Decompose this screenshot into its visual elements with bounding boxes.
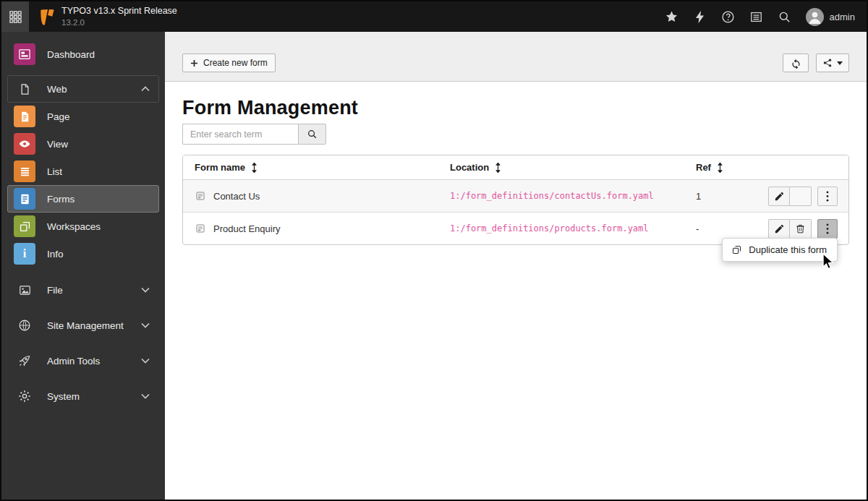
sidebar-item-label: View xyxy=(47,139,68,150)
chevron-down-icon xyxy=(141,358,150,364)
sort-icon xyxy=(251,163,258,173)
form-name-cell: Product Enquiry xyxy=(183,223,438,234)
search-input[interactable] xyxy=(182,124,298,145)
module-body: Form Management Form name xyxy=(165,82,867,245)
column-header-ref[interactable]: Ref xyxy=(684,162,757,173)
opendocs-icon[interactable] xyxy=(749,9,764,24)
clear-cache-bolt-icon[interactable] xyxy=(693,9,707,24)
chevron-down-icon xyxy=(141,287,150,293)
kebab-icon xyxy=(826,191,829,202)
search-submit-button[interactable] xyxy=(298,124,326,145)
dashboard-icon xyxy=(14,43,35,65)
chevron-down-icon xyxy=(141,322,150,328)
sidebar-item-label: Page xyxy=(47,111,70,122)
doc-header-actions xyxy=(783,53,849,72)
form-name: Contact Us xyxy=(213,191,260,202)
search-form xyxy=(182,124,849,145)
pencil-icon xyxy=(774,223,785,234)
search-icon xyxy=(307,129,318,140)
form-name-cell: Contact Us xyxy=(183,190,438,202)
create-new-form-button[interactable]: Create new form xyxy=(182,53,276,72)
column-label: Ref xyxy=(696,162,711,173)
caret-down-icon xyxy=(837,61,843,65)
refresh-icon xyxy=(791,58,801,69)
document-icon xyxy=(14,78,35,100)
module-menu-toggle-button[interactable] xyxy=(1,1,29,32)
sidebar-item-label: Admin Tools xyxy=(47,356,100,367)
topbar-toolbar: admin xyxy=(665,8,867,26)
bookmark-star-icon[interactable] xyxy=(665,9,679,24)
sidebar-item-page[interactable]: Page xyxy=(7,103,159,130)
site-title: TYPO3 v13.x Sprint Release xyxy=(61,6,177,17)
list-icon xyxy=(14,160,35,182)
form-location-link[interactable]: 1:/form_definitions/products.form.yaml xyxy=(450,223,649,234)
sidebar-item-label: List xyxy=(47,166,62,177)
sidebar-item-list[interactable]: List xyxy=(7,158,159,185)
sidebar-item-view[interactable]: View xyxy=(7,130,159,158)
action-button-group xyxy=(768,219,812,239)
forms-icon xyxy=(14,188,35,210)
action-button-group xyxy=(768,187,812,206)
edit-form-button[interactable] xyxy=(768,187,790,206)
search-icon[interactable] xyxy=(778,9,792,24)
sidebar-group-file[interactable]: File xyxy=(7,276,159,304)
main-content: Create new form xyxy=(165,32,867,500)
create-new-form-label: Create new form xyxy=(203,58,268,68)
delete-form-button[interactable] xyxy=(790,219,812,239)
plus-icon xyxy=(190,59,198,67)
typo3-logo-icon xyxy=(36,7,56,27)
sidebar-item-label: Web xyxy=(47,84,67,95)
topbar: TYPO3 v13.x Sprint Release 13.2.0 xyxy=(1,1,867,32)
user-menu[interactable]: admin xyxy=(806,8,855,26)
sidebar-item-label: Info xyxy=(47,249,64,260)
duplicate-form-menuitem[interactable]: Duplicate this form xyxy=(723,239,837,261)
duplicate-icon xyxy=(731,244,742,255)
username-label: admin xyxy=(830,12,855,22)
forms-table: Form name Location xyxy=(182,155,849,245)
share-icon xyxy=(822,58,833,68)
sidebar-item-info[interactable]: i Info xyxy=(7,240,159,267)
typo3-version: 13.2.0 xyxy=(61,17,177,27)
sort-icon xyxy=(495,163,501,173)
module-sidebar: Dashboard Web Page View xyxy=(1,32,165,500)
sidebar-item-label: System xyxy=(47,391,80,402)
trash-icon xyxy=(795,223,806,234)
page-title: Form Management xyxy=(182,95,849,121)
more-actions-button-active[interactable] xyxy=(817,219,838,239)
table-header-row: Form name Location xyxy=(183,155,848,180)
edit-form-button[interactable] xyxy=(768,219,790,239)
form-page-icon xyxy=(195,190,206,202)
sidebar-group-admin-tools[interactable]: Admin Tools xyxy=(7,347,159,374)
column-header-location[interactable]: Location xyxy=(438,162,684,173)
more-actions-button[interactable] xyxy=(817,187,838,206)
sidebar-item-label: Dashboard xyxy=(47,49,95,60)
context-menu: Duplicate this form xyxy=(722,238,838,262)
sidebar-item-workspaces[interactable]: Workspaces xyxy=(7,213,159,240)
pencil-icon xyxy=(774,191,785,202)
form-page-icon xyxy=(195,223,206,234)
sidebar-item-forms[interactable]: Forms xyxy=(7,185,159,213)
doc-header: Create new form xyxy=(165,32,867,82)
sidebar-item-label: File xyxy=(47,285,63,296)
menu-grid-icon xyxy=(9,10,22,24)
form-location-link[interactable]: 1:/form_definitions/contactUs.form.yaml xyxy=(450,191,654,201)
help-icon[interactable] xyxy=(721,9,736,24)
brand[interactable]: TYPO3 v13.x Sprint Release 13.2.0 xyxy=(36,6,177,27)
gear-icon xyxy=(14,385,35,407)
sidebar-group-system[interactable]: System xyxy=(7,382,159,410)
sidebar-item-dashboard[interactable]: Dashboard xyxy=(7,40,159,68)
form-ref-cell: - xyxy=(684,223,757,234)
column-header-form-name[interactable]: Form name xyxy=(183,162,438,173)
share-button[interactable] xyxy=(816,53,849,72)
chevron-up-icon xyxy=(141,86,150,92)
ref-count: 1 xyxy=(696,191,701,202)
form-location-cell: 1:/form_definitions/contactUs.form.yaml xyxy=(438,191,684,201)
sidebar-group-site-management[interactable]: Site Management xyxy=(7,312,159,339)
chevron-down-icon xyxy=(141,393,150,399)
brand-text: TYPO3 v13.x Sprint Release 13.2.0 xyxy=(61,6,177,27)
typo3-backend-window: TYPO3 v13.x Sprint Release 13.2.0 xyxy=(0,0,868,501)
row-actions xyxy=(757,219,849,239)
reload-button[interactable] xyxy=(783,53,809,72)
workspaces-icon xyxy=(14,215,35,237)
sidebar-group-web[interactable]: Web xyxy=(7,75,159,103)
